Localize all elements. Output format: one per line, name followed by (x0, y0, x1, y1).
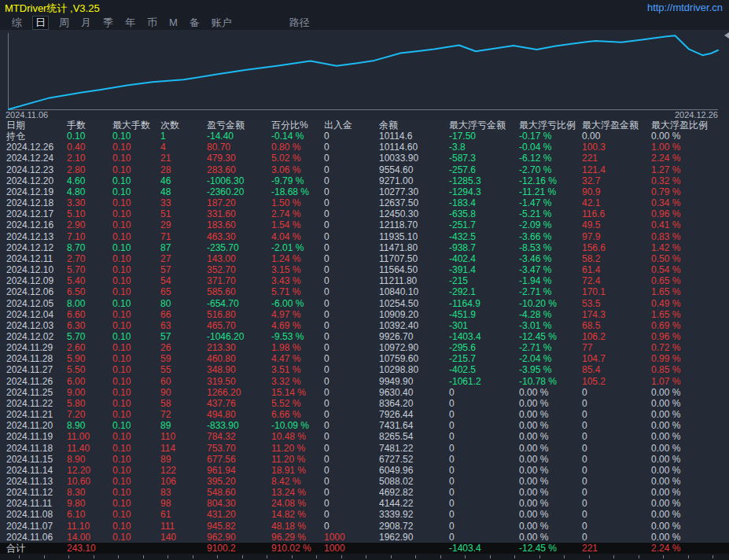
table-row[interactable]: 2024.11.266.000.1060319.503.32 %09949.90… (0, 376, 729, 387)
menu-item-account[interactable]: 账户 (210, 17, 234, 29)
menu-item-path[interactable]: 路径 (288, 17, 311, 29)
table-row[interactable]: 2024.11.0614.000.10140962.9096.29 %10001… (0, 532, 729, 543)
table-cell: 18.91 % (271, 465, 324, 476)
table-row[interactable]: 2024.12.175.100.1051331.602.74 %012450.3… (0, 208, 729, 219)
table-cell: 0.00 % (519, 465, 582, 476)
menu-item-yearly[interactable]: 年 (123, 17, 137, 29)
table-cell: -5.21 % (519, 208, 582, 219)
table-row[interactable]: 2024.11.217.200.1072494.806.66 %07926.44… (0, 409, 729, 420)
table-cell: -938.7 (449, 242, 519, 253)
table-cell: 221 (582, 153, 651, 164)
table-cell: 0.10 (112, 208, 160, 219)
table-cell: 0.40 (67, 142, 112, 153)
table-row[interactable]: 2024.12.112.700.1027143.001.24 %011707.5… (0, 253, 729, 264)
table-cell: 2024.12.10 (6, 264, 67, 275)
column-header: 最大浮亏金额 (449, 120, 519, 131)
table-row[interactable]: 2024.12.183.300.1033187.201.50 %012637.5… (0, 197, 729, 208)
horizontal-ruler[interactable] (0, 554, 729, 560)
table-row[interactable]: 2024.12.036.300.1063465.704.69 %010392.4… (0, 320, 729, 331)
table-cell: 2024.12.16 (6, 219, 67, 230)
table-row[interactable]: 2024.12.137.100.1071463.304.04 %011935.1… (0, 231, 729, 242)
table-cell: 0 (324, 353, 379, 364)
table-cell: 156.6 (582, 242, 651, 253)
table-cell: 0.00 % (651, 465, 729, 476)
table-row[interactable]: 2024.11.0711.100.10111945.8248.18 %02908… (0, 521, 729, 532)
menu-item-monthly[interactable]: 月 (79, 17, 93, 29)
table-row[interactable]: 2024.11.086.100.1061431.2014.82 %03339.9… (0, 509, 729, 520)
table-cell: 0 (324, 320, 379, 331)
table-row[interactable]: 2024.12.162.900.1029183.601.54 %012118.7… (0, 219, 729, 230)
table-row[interactable]: 2024.12.105.700.1057352.703.15 %011564.5… (0, 264, 729, 275)
table-row[interactable]: 2024.11.1811.400.10114753.7011.20 %07481… (0, 443, 729, 454)
table-cell: -14.40 (207, 131, 271, 142)
table-cell: 0.10 (112, 398, 160, 409)
table-cell: 0 (324, 398, 379, 409)
table-cell: 5.71 % (271, 286, 324, 297)
table-cell: -6.00 % (271, 298, 324, 309)
table-row[interactable]: 2024.11.128.300.1083548.6013.24 %04692.8… (0, 487, 729, 498)
menu-item-backup[interactable]: 备 (188, 17, 201, 29)
table-cell: 68.5 (582, 320, 651, 331)
table-row[interactable]: 2024.11.259.000.10901266.2015.14 %09630.… (0, 387, 729, 398)
table-cell: 0.79 % (651, 186, 729, 197)
table-row[interactable]: 2024.12.066.500.1065585.605.71 %010840.1… (0, 286, 729, 297)
ruler-tick (267, 555, 267, 558)
table-cell: 465.70 (207, 320, 271, 331)
table-row[interactable]: 2024.12.058.000.1080-654.70-6.00 %010254… (0, 298, 729, 309)
table-row[interactable]: 2024.11.275.500.1055348.903.51 %010298.8… (0, 364, 729, 375)
table-cell: -3.47 % (519, 264, 582, 275)
total-row[interactable]: 合计243.109100.2910.02 %1000-1403.4-12.45 … (0, 543, 729, 554)
table-cell: 0.65 % (651, 275, 729, 286)
table-row[interactable]: 2024.12.128.700.1087-235.70-2.01 %011471… (0, 242, 729, 253)
table-cell: 0.00 % (519, 443, 582, 454)
table-cell: 0 (449, 498, 519, 509)
table-row[interactable]: 2024.12.242.100.1021479.305.02 %010033.9… (0, 153, 729, 164)
menu-item-weekly[interactable]: 周 (57, 17, 71, 29)
table-row[interactable]: 2024.12.232.800.1028283.603.06 %09554.60… (0, 164, 729, 175)
table-cell: 11.10 (67, 521, 112, 532)
ruler-tick (193, 555, 193, 558)
table-row[interactable]: 2024.11.1310.600.10106395.208.42 %05088.… (0, 476, 729, 487)
table-cell: 804.30 (207, 498, 271, 509)
table-row[interactable]: 2024.12.194.800.1048-2360.20-18.68 %0102… (0, 186, 729, 197)
app-url-link[interactable]: http://mtdriver.cn (647, 2, 723, 13)
table-cell: 72.4 (582, 275, 651, 286)
table-cell: 2024.11.06 (6, 532, 67, 543)
table-row[interactable]: 2024.12.260.400.10480.700.80 %010114.60-… (0, 142, 729, 153)
table-row[interactable]: 持仓0.100.101-14.40-0.14 %010114.6-17.50-0… (0, 131, 729, 142)
table-cell: 89 (160, 420, 207, 431)
table-cell: 0 (324, 219, 379, 230)
table-row[interactable]: 2024.12.095.400.1054371.703.43 %011211.8… (0, 275, 729, 286)
table-row[interactable]: 2024.11.225.800.1058437.765.52 %08364.20… (0, 398, 729, 409)
table-cell: 2024.11.12 (6, 487, 67, 498)
table-row[interactable]: 2024.11.158.900.1089677.5611.20 %06727.5… (0, 454, 729, 465)
table-cell: -402.4 (449, 253, 519, 264)
table-row[interactable]: 2024.11.208.900.1089-833.90-10.09 %07431… (0, 420, 729, 431)
table-cell: 5.02 % (271, 153, 324, 164)
table-cell: -1403.4 (449, 543, 519, 554)
table-cell: 0.00 % (651, 387, 729, 398)
table-row[interactable]: 2024.11.119.800.1098804.3024.08 %04144.2… (0, 498, 729, 509)
menu-item-daily[interactable]: 日 (32, 16, 49, 30)
table-cell: 11.20 % (271, 454, 324, 465)
splitter-arrow-icon[interactable] (724, 32, 729, 39)
table-cell: 13.24 % (271, 487, 324, 498)
table-cell: 26 (160, 342, 207, 353)
menu-item-summary[interactable]: 综 (10, 17, 24, 29)
table-row[interactable]: 2024.12.204.600.1046-1006.30-9.79 %09271… (0, 175, 729, 186)
table-cell: 5.10 (67, 208, 112, 219)
menu-item-m[interactable]: M (168, 17, 179, 29)
table-cell: 49.5 (582, 219, 651, 230)
table-row[interactable]: 2024.11.1911.000.10110784.3210.48 %08265… (0, 431, 729, 442)
menu-item-quarterly[interactable]: 季 (101, 17, 115, 29)
table-cell: 0.00 % (519, 498, 582, 509)
table-cell: 111 (160, 521, 207, 532)
table-row[interactable]: 2024.12.025.700.1057-1046.20-9.53 %09926… (0, 331, 729, 342)
table-row[interactable]: 2024.11.1412.200.10122961.9418.91 %06049… (0, 465, 729, 476)
table-row[interactable]: 2024.11.292.600.1026213.301.98 %010972.9… (0, 342, 729, 353)
table-row[interactable]: 2024.12.046.600.1066516.804.97 %010909.2… (0, 309, 729, 320)
table-cell: -3.8 (449, 142, 519, 153)
menu-item-currency[interactable]: 币 (145, 17, 159, 29)
ruler-tick (19, 555, 20, 558)
table-row[interactable]: 2024.11.285.900.1059460.804.47 %010759.6… (0, 353, 729, 364)
